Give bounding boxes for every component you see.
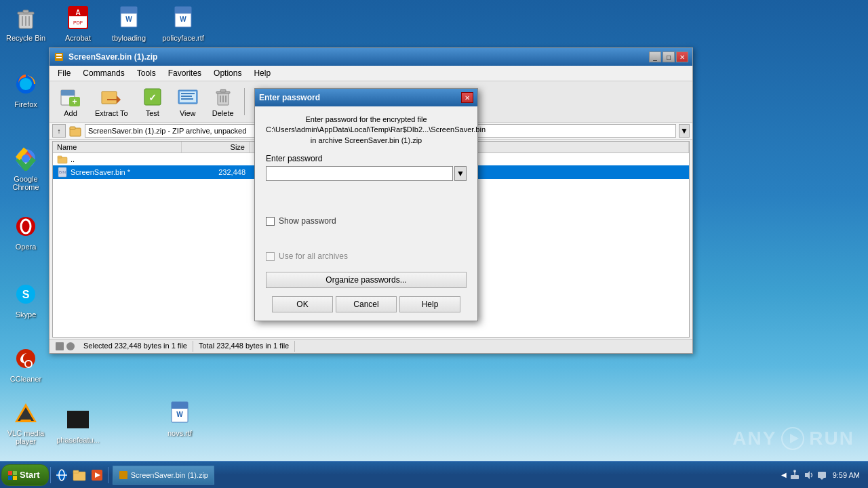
close-button[interactable]: ✕ <box>676 52 688 62</box>
clock-display: 9:59 AM <box>830 471 863 479</box>
toolbar-extract-button[interactable]: Extract To <box>89 84 134 119</box>
toolbar-add-button[interactable]: + Add <box>54 84 87 119</box>
menu-help[interactable]: Help <box>248 67 276 79</box>
svg-point-22 <box>22 155 30 163</box>
file-size-screensaver: 232,448 <box>182 167 250 177</box>
pwd-desc-line2: C:\Users\admin\AppData\Local\Temp\Rar$DI… <box>266 125 467 135</box>
menu-file[interactable]: File <box>52 67 76 79</box>
ie-quicklaunch[interactable] <box>54 467 70 483</box>
firefox-label: Firefox <box>14 100 37 108</box>
menu-options[interactable]: Options <box>208 67 247 79</box>
desktop-icon-vlc[interactable]: VLC media player <box>2 396 50 448</box>
maximize-button[interactable]: □ <box>663 52 675 62</box>
desktop-icon-skype[interactable]: S Skype <box>2 278 50 321</box>
anyrun-play-icon <box>781 426 805 451</box>
svg-marker-97 <box>820 478 824 480</box>
svg-rect-96 <box>818 472 826 478</box>
svg-marker-44 <box>117 96 121 104</box>
show-hidden-icons[interactable]: ◀ <box>781 471 787 479</box>
volume-icon[interactable] <box>803 470 814 481</box>
svg-rect-83 <box>13 476 17 480</box>
toolbar-delete-button[interactable]: Delete <box>206 84 240 119</box>
help-button[interactable]: Help <box>399 296 460 312</box>
vlc-label: VLC media player <box>5 429 47 445</box>
desktop-icon-policy-face[interactable]: W policyface.rtf <box>159 1 207 45</box>
pwd-desc-line3: in archive ScreenSaver.bin (1).zip <box>266 136 467 146</box>
windows-logo-icon <box>7 470 17 480</box>
address-up-button[interactable]: ↑ <box>52 124 66 138</box>
vlc-icon <box>12 399 39 426</box>
password-input-dropdown[interactable]: ▼ <box>454 166 467 181</box>
column-size[interactable]: Size <box>182 142 250 152</box>
address-dropdown-button[interactable]: ▼ <box>679 124 690 138</box>
svg-text:+: + <box>72 97 77 106</box>
use-for-all-row: Use for all archives <box>266 251 467 261</box>
desktop-icon-chrome[interactable]: Google Chrome <box>2 142 50 194</box>
desktop-icon-word-doc-1[interactable]: W tbyloading <box>105 1 153 45</box>
password-dialog-body: Enter password for the encrypted file C:… <box>255 106 477 321</box>
svg-rect-51 <box>181 96 192 97</box>
status-selected: Selected 232,448 bytes in 1 file <box>78 341 193 352</box>
svg-text:✓: ✓ <box>149 92 157 103</box>
desktop-icon-ccleaner[interactable]: CCleaner <box>2 342 50 386</box>
phasefeat-label: phasefeatu... <box>56 436 100 444</box>
pwd-spacer2 <box>266 231 467 251</box>
toolbar-test-button[interactable]: ✓ Test <box>136 84 170 119</box>
media-quicklaunch[interactable] <box>89 467 105 483</box>
network-icon[interactable] <box>789 470 800 481</box>
svg-rect-40 <box>61 90 75 96</box>
desktop-icon-novs-rtf[interactable]: W novs.rtf <box>156 396 203 440</box>
taskbar-items: ScreenSaver.bin (1).zip <box>110 466 776 485</box>
use-for-all-checkbox[interactable] <box>266 252 275 261</box>
start-label: Start <box>20 470 40 480</box>
menu-favorites[interactable]: Favorites <box>163 67 207 79</box>
folder-quicklaunch[interactable] <box>71 467 87 483</box>
start-button[interactable]: Start <box>1 464 49 486</box>
menu-commands[interactable]: Commands <box>77 67 130 79</box>
chrome-label: Google Chrome <box>5 175 47 191</box>
taskbar-item-label: ScreenSaver.bin (1).zip <box>131 471 208 479</box>
minimize-button[interactable]: _ <box>649 52 661 62</box>
recycle-bin-icon <box>12 4 39 31</box>
svg-marker-95 <box>805 471 810 479</box>
password-dialog-buttons: OK Cancel Help <box>266 296 467 312</box>
menu-tools[interactable]: Tools <box>132 67 161 79</box>
organize-passwords-button[interactable]: Organize passwords... <box>266 272 467 288</box>
word-doc-1-label: tbyloading <box>112 34 146 42</box>
svg-rect-12 <box>121 7 137 14</box>
password-dialog: Enter password ✕ Enter password for the … <box>254 88 478 321</box>
quick-launch <box>50 467 108 483</box>
notification-icon[interactable] <box>816 470 827 481</box>
password-dialog-close-button[interactable]: ✕ <box>461 92 473 103</box>
desktop-icon-firefox[interactable]: Firefox <box>2 68 50 111</box>
svg-text:S: S <box>22 289 30 300</box>
ok-button[interactable]: OK <box>272 296 333 312</box>
desktop-icon-recycle-bin[interactable]: Recycle Bin <box>2 1 50 45</box>
desktop-icon-opera[interactable]: Opera <box>2 210 50 253</box>
desktop-icon-phasefeat[interactable]: phasefeatu... <box>54 403 102 447</box>
password-dialog-description: Enter password for the encrypted file C:… <box>266 115 467 146</box>
winrar-title: ScreenSaver.bin (1).zip <box>68 52 157 62</box>
file-icon: BIN <box>57 167 68 178</box>
column-name[interactable]: Name <box>53 142 182 152</box>
taskbar-winrar-item[interactable]: ScreenSaver.bin (1).zip <box>113 466 214 485</box>
show-password-checkbox[interactable] <box>266 217 275 226</box>
password-input[interactable] <box>266 166 453 181</box>
winrar-titlebar-buttons: _ □ ✕ <box>649 52 688 62</box>
status-icon-2 <box>66 342 75 351</box>
address-folder-icon <box>68 124 82 138</box>
status-total: Total 232,448 bytes in 1 file <box>193 341 295 352</box>
svg-rect-76 <box>56 342 64 350</box>
svg-rect-15 <box>175 7 191 14</box>
svg-text:W: W <box>176 411 183 418</box>
svg-rect-55 <box>220 89 226 92</box>
winrar-app-icon <box>54 52 64 62</box>
cancel-button[interactable]: Cancel <box>336 296 397 312</box>
policy-face-label: policyface.rtf <box>162 34 204 42</box>
svg-rect-88 <box>73 470 79 473</box>
toolbar-extract-label: Extract To <box>95 109 128 117</box>
svg-rect-34 <box>172 402 188 409</box>
desktop-icon-acrobat[interactable]: A PDF Acrobat <box>54 1 102 45</box>
toolbar-view-button[interactable]: View <box>171 84 205 119</box>
svg-rect-52 <box>181 98 193 100</box>
